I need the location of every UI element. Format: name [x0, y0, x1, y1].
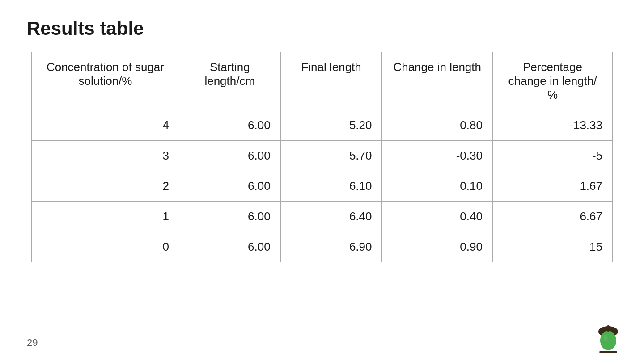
cell-change: -0.30 — [382, 141, 492, 171]
cell-starting: 6.00 — [179, 141, 280, 171]
cell-percentage: 15 — [492, 232, 612, 262]
header-change: Change in length — [382, 52, 492, 110]
cell-final: 6.90 — [280, 232, 382, 262]
cell-final: 6.40 — [280, 202, 382, 232]
results-table: Concentration of sugar solution/% Starti… — [31, 52, 613, 262]
cell-percentage: 1.67 — [492, 171, 612, 202]
cell-change: 0.10 — [382, 171, 492, 202]
cell-percentage: 6.67 — [492, 202, 612, 232]
svg-rect-2 — [607, 325, 610, 332]
cell-change: 0.90 — [382, 232, 492, 262]
page-title: Results table — [27, 18, 617, 39]
table-row: 46.005.20-0.80-13.33 — [32, 110, 613, 141]
cell-final: 6.10 — [280, 171, 382, 202]
table-row: 26.006.100.101.67 — [32, 171, 613, 202]
cell-percentage: -13.33 — [492, 110, 612, 141]
cell-starting: 6.00 — [179, 110, 280, 141]
table-header-row: Concentration of sugar solution/% Starti… — [32, 52, 613, 110]
cell-concentration: 2 — [32, 171, 179, 202]
cell-change: -0.80 — [382, 110, 492, 141]
table-row: 06.006.900.9015 — [32, 232, 613, 262]
cell-concentration: 0 — [32, 232, 179, 262]
header-starting: Starting length/cm — [179, 52, 280, 110]
header-percentage: Percentage change in length/ % — [492, 52, 612, 110]
cell-final: 5.70 — [280, 141, 382, 171]
svg-point-4 — [603, 335, 608, 341]
cell-starting: 6.00 — [179, 171, 280, 202]
cell-concentration: 4 — [32, 110, 179, 141]
cell-concentration: 3 — [32, 141, 179, 171]
header-final: Final length — [280, 52, 382, 110]
page-container: Results table Concentration of sugar sol… — [0, 0, 644, 362]
table-row: 16.006.400.406.67 — [32, 202, 613, 232]
cell-change: 0.40 — [382, 202, 492, 232]
svg-point-1 — [600, 331, 616, 350]
cell-concentration: 1 — [32, 202, 179, 232]
cell-starting: 6.00 — [179, 232, 280, 262]
cell-starting: 6.00 — [179, 202, 280, 232]
table-row: 36.005.70-0.30-5 — [32, 141, 613, 171]
acorn-logo — [595, 322, 622, 353]
svg-rect-3 — [599, 351, 617, 353]
cell-percentage: -5 — [492, 141, 612, 171]
cell-final: 5.20 — [280, 110, 382, 141]
header-concentration: Concentration of sugar solution/% — [32, 52, 179, 110]
page-number: 29 — [27, 337, 38, 349]
